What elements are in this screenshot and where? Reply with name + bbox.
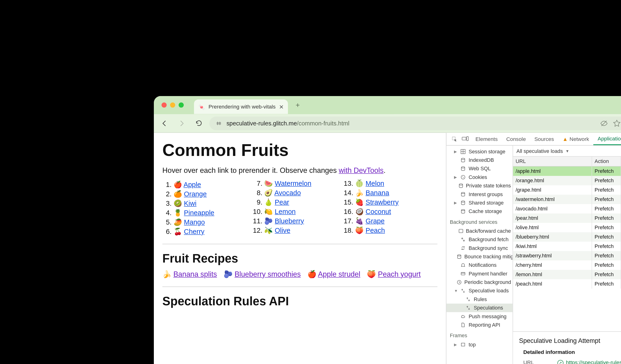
sidebar-item[interactable]: ▶Shared storage: [447, 198, 513, 207]
tab-close-icon[interactable]: ✕: [279, 104, 284, 110]
fruit-emoji-icon: 🍌: [355, 189, 363, 197]
sidebar-item[interactable]: ▶Session storage: [447, 147, 513, 156]
minimize-window-icon[interactable]: [170, 102, 175, 107]
table-row[interactable]: /avocado.htmlPrefetchcommon-…Not trigger…: [513, 204, 621, 213]
site-info-icon[interactable]: [215, 120, 222, 127]
new-tab-button[interactable]: ＋: [292, 100, 303, 111]
col-action[interactable]: Action: [592, 157, 621, 166]
tab-network[interactable]: ▲Network: [558, 133, 593, 145]
page-viewport[interactable]: Common Fruits Hover over each link to pr…: [154, 133, 446, 364]
table-header: URL Action Rule set Status▾: [513, 157, 621, 167]
recipe-emoji-icon: 🍌: [162, 270, 171, 279]
sidebar-item[interactable]: Bounce tracking mitigations: [447, 252, 513, 261]
sidebar-item[interactable]: Background fetch: [447, 235, 513, 244]
table-row[interactable]: /pear.htmlPrefetchcommon-…Not triggered: [513, 213, 621, 223]
fruit-link[interactable]: Banana: [366, 189, 389, 196]
detail-subtitle: Detailed information: [523, 349, 621, 355]
fruit-link[interactable]: Orange: [184, 191, 207, 198]
fruit-link[interactable]: Strawberry: [366, 198, 399, 206]
sidebar-item[interactable]: Back/forward cache: [447, 227, 513, 235]
recipe-link[interactable]: Peach yogurt: [378, 270, 421, 278]
sidebar-item[interactable]: Push messaging: [447, 312, 513, 321]
table-row[interactable]: /cherry.htmlPrefetchcommon-…Not triggere…: [513, 260, 621, 270]
tab-elements[interactable]: Elements: [471, 133, 502, 145]
table-row[interactable]: /lemon.htmlPrefetchcommon-…Not triggered: [513, 270, 621, 279]
fruit-link[interactable]: Peach: [366, 227, 385, 234]
bookmark-star-icon[interactable]: [613, 119, 621, 127]
maximize-window-icon[interactable]: [178, 102, 184, 107]
fruit-link[interactable]: Cherry: [184, 228, 204, 235]
list-item: 🍉 Watermelon: [264, 179, 346, 188]
detail-url-link[interactable]: https://speculative-rules.glitch.me/appl…: [566, 360, 621, 364]
sidebar-item[interactable]: ▼Speculative loads: [447, 287, 513, 295]
devtools-link[interactable]: with DevTools: [339, 167, 383, 175]
reload-button[interactable]: [192, 117, 205, 130]
table-row[interactable]: /watermelon.htmlPrefetchcommon-…Not trig…: [513, 195, 621, 204]
fruit-link[interactable]: Kiwi: [184, 200, 196, 207]
sidebar-item-label: Shared storage: [468, 200, 503, 206]
table-row[interactable]: /apple.htmlPrefetchcommon-…Ready: [513, 167, 621, 176]
sidebar-item[interactable]: ▶top: [447, 340, 513, 349]
fruit-link[interactable]: Mango: [184, 219, 205, 226]
browser-tab[interactable]: 🍬 Prerendering with web-vitals ✕: [194, 100, 288, 114]
back-button[interactable]: [158, 117, 171, 130]
sidebar-item[interactable]: ▶Cookies: [447, 173, 513, 181]
list-item: 🍓 Strawberry: [355, 198, 437, 207]
sidebar-item-label: Interest groups: [468, 191, 503, 197]
svg-point-16: [461, 167, 465, 168]
recipe-link[interactable]: Blueberry smoothies: [235, 270, 301, 278]
recipe-link[interactable]: Apple strudel: [318, 270, 360, 278]
inspect-icon[interactable]: [451, 136, 457, 142]
list-item: 🍑 Peach: [355, 226, 437, 235]
fruit-link[interactable]: Watermelon: [275, 180, 311, 187]
table-row[interactable]: /grape.htmlPrefetchcommon-…Not triggered: [513, 185, 621, 195]
sidebar-item[interactable]: Notifications: [447, 261, 513, 269]
tab-application[interactable]: Application: [593, 133, 621, 145]
tab-title: Prerendering with web-vitals: [208, 104, 276, 110]
sidebar-item[interactable]: Private state tokens: [447, 182, 513, 190]
close-window-icon[interactable]: [162, 102, 167, 107]
eye-off-icon[interactable]: [600, 119, 608, 127]
fruit-link[interactable]: Apple: [183, 181, 201, 188]
fruit-link[interactable]: Melon: [366, 180, 384, 187]
sidebar-item[interactable]: Web SQL: [447, 164, 513, 173]
recipe-link[interactable]: Banana splits: [173, 270, 217, 278]
sidebar-item[interactable]: Interest groups: [447, 190, 513, 198]
fruit-link[interactable]: Blueberry: [275, 217, 304, 225]
cell-url: /kiwi.html: [513, 242, 592, 251]
table-row[interactable]: /blueberry.htmlPrefetchcommon-…Not trigg…: [513, 232, 621, 242]
cloud-icon: [460, 314, 466, 319]
sidebar-item[interactable]: Cache storage: [447, 207, 513, 216]
fruit-link[interactable]: Avocado: [274, 189, 301, 196]
recipe-emoji-icon: 🍑: [367, 270, 376, 279]
filter-dropdown[interactable]: All speculative loads ▼: [513, 146, 621, 157]
table-body[interactable]: /apple.htmlPrefetchcommon-…Ready/orange.…: [513, 167, 621, 331]
sidebar-item[interactable]: Speculations: [447, 304, 513, 312]
table-row[interactable]: /strawberry.htmlPrefetchcommon-…Not trig…: [513, 251, 621, 260]
fruit-link[interactable]: Pineapple: [184, 209, 214, 217]
tab-console[interactable]: Console: [502, 133, 530, 145]
sidebar-item[interactable]: Payment handler: [447, 269, 513, 278]
forward-button[interactable]: [175, 117, 188, 130]
fruit-link[interactable]: Olive: [275, 227, 290, 234]
sidebar-item[interactable]: Periodic background sync: [447, 278, 513, 287]
col-url[interactable]: URL: [513, 157, 592, 166]
tab-sources[interactable]: Sources: [530, 133, 558, 145]
table-row[interactable]: /kiwi.htmlPrefetchcommon-…Not triggered: [513, 242, 621, 251]
application-sidebar[interactable]: ▶Session storageIndexedDBWeb SQL▶Cookies…: [447, 146, 513, 364]
sidebar-item[interactable]: Rules: [447, 295, 513, 303]
fruit-link[interactable]: Coconut: [366, 208, 391, 215]
table-row[interactable]: /peach.htmlPrefetchcommon-…Not triggered: [513, 279, 621, 289]
sidebar-item[interactable]: IndexedDB: [447, 156, 513, 164]
sidebar-item[interactable]: Background sync: [447, 244, 513, 252]
table-row[interactable]: /orange.htmlPrefetchcommon-…Ready: [513, 176, 621, 185]
grid-icon: [460, 149, 466, 154]
device-icon[interactable]: [462, 136, 468, 142]
fruit-link[interactable]: Lemon: [275, 208, 296, 215]
table-row[interactable]: /olive.htmlPrefetchcommon-…Not triggered: [513, 223, 621, 232]
fruit-link[interactable]: Grape: [366, 217, 385, 225]
fruit-link[interactable]: Pear: [275, 198, 289, 206]
sidebar-item[interactable]: Reporting API: [447, 321, 513, 329]
address-bar[interactable]: speculative-rules.glitch.me/common-fruit…: [209, 116, 621, 130]
cell-url: /peach.html: [513, 279, 592, 289]
